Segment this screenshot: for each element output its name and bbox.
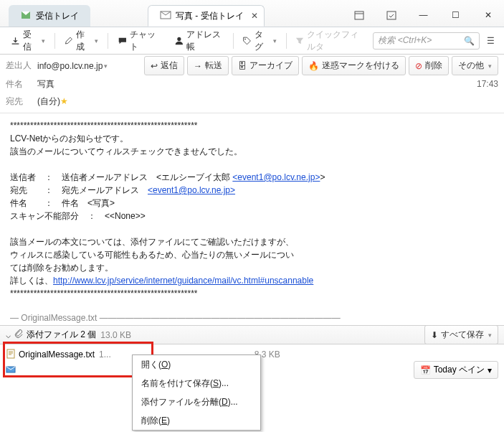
receive-button[interactable]: 受信▾ (4, 25, 52, 57)
maximize-button[interactable]: ☐ (439, 4, 472, 27)
guidance-link[interactable]: http://www.lcv.jp/service/internet/guida… (53, 276, 313, 286)
today-pane-button[interactable]: 📅 Today ペイン ▾ (414, 361, 498, 379)
txt-file-icon (6, 349, 16, 361)
save-all-button[interactable]: ⬇ すべて保存 ▾ (424, 325, 498, 344)
svg-point-4 (245, 38, 247, 39)
search-icon[interactable]: 🔍 (464, 36, 475, 46)
download-icon: ⬇ (431, 330, 438, 340)
inbox-icon (20, 9, 32, 23)
attachment-total-size: 13.0 KB (100, 330, 131, 340)
search-input[interactable]: 検索 <Ctrl+K> 🔍 (373, 32, 480, 50)
chevron-down-icon: ▾ (42, 37, 45, 44)
reply-icon: ↩ (151, 61, 158, 71)
tab-inbox[interactable]: 受信トレイ (9, 5, 90, 27)
chevron-down-icon: ▾ (488, 365, 492, 375)
original-message-divider: — OriginalMessage.txt ——————————————————… (10, 311, 494, 324)
main-toolbar: 受信▾ 作成▾ チャット アドレス帳 タグ▾ クイックフィルタ 検索 <Ctrl… (0, 27, 504, 55)
message-header: 差出人 info@po.lcv.ne.jp ▾ ↩返信 →転送 🗄アーカイブ 🔥… (0, 55, 504, 113)
addressbook-button[interactable]: アドレス帳 (168, 25, 230, 57)
ctx-detach[interactable]: 添付ファイルを分離(D)... (133, 393, 260, 411)
svg-rect-5 (7, 349, 14, 358)
mail-icon (160, 9, 171, 23)
attachment-bar: ⌵ 添付ファイル 2 個 13.0 KB ⬇ すべて保存 ▾ (0, 326, 504, 344)
attachment-chevron-icon[interactable]: ⌵ (6, 330, 11, 340)
chevron-down-icon: ▾ (95, 37, 98, 44)
close-icon[interactable]: ✕ (251, 11, 258, 21)
subject-label: 件名 (6, 78, 37, 90)
titlebar: 受信トレイ 写真 - 受信トレイ ✕ — ☐ ✕ (0, 0, 504, 27)
star-icon[interactable]: ★ (60, 96, 68, 106)
from-label: 差出人 (6, 60, 37, 72)
junk-icon: 🔥 (308, 61, 319, 71)
chevron-down-icon: ▾ (488, 62, 492, 70)
message-time: 17:43 (477, 79, 498, 89)
context-menu: 開く(O) 名前を付けて保存(S)... 添付ファイルを分離(D)... 削除(… (132, 354, 261, 431)
subject-value: 写真 (37, 78, 54, 90)
minimize-button[interactable]: — (407, 4, 439, 27)
chat-button[interactable]: チャット (111, 25, 166, 57)
close-button[interactable]: ✕ (472, 4, 504, 27)
calendar-icon[interactable] (343, 4, 375, 27)
sender-email-link[interactable]: <event1@po.lcv.ne.jp> (232, 172, 320, 182)
forward-icon: → (194, 61, 202, 71)
archive-icon: 🗄 (238, 61, 247, 71)
svg-rect-1 (355, 11, 363, 19)
paperclip-icon (14, 329, 24, 341)
tab-inbox-label: 受信トレイ (36, 10, 79, 22)
ctx-delete[interactable]: 削除(E) (133, 411, 260, 430)
tab-message-label: 写真 - 受信トレイ (176, 10, 244, 22)
reply-button[interactable]: ↩返信 (144, 56, 184, 75)
window-controls: — ☐ ✕ (343, 4, 504, 27)
ctx-open[interactable]: 開く(O) (133, 355, 260, 374)
svg-rect-2 (387, 11, 396, 19)
chevron-down-icon: ▾ (488, 332, 492, 339)
from-dropdown-icon[interactable]: ▾ (104, 62, 108, 70)
other-button[interactable]: その他▾ (452, 56, 498, 75)
recipient-email-link[interactable]: <event1@po.lcv.ne.jp> (148, 185, 235, 195)
forward-button[interactable]: →転送 (187, 56, 229, 75)
calendar-icon: 📅 (420, 365, 431, 375)
message-actions: ↩返信 →転送 🗄アーカイブ 🔥迷惑マークを付ける ⊘削除 その他▾ (144, 56, 498, 75)
chevron-down-icon: ▾ (273, 37, 277, 44)
message-body: ****************************************… (0, 113, 504, 326)
archive-button[interactable]: 🗄アーカイブ (232, 56, 299, 75)
attachment-name: OriginalMessage.txt (19, 349, 95, 360)
tag-button[interactable]: タグ▾ (236, 25, 283, 57)
compose-button[interactable]: 作成▾ (57, 25, 105, 57)
app-menu-button[interactable]: ☰ (481, 36, 500, 46)
attachment-count: 添付ファイル 2 個 (27, 329, 96, 341)
junk-button[interactable]: 🔥迷惑マークを付ける (302, 56, 406, 75)
from-value: info@po.lcv.ne.jp (37, 61, 103, 71)
eml-file-icon (6, 365, 16, 377)
to-label: 宛先 (6, 95, 37, 108)
delete-icon: ⊘ (415, 61, 422, 71)
ctx-save-as[interactable]: 名前を付けて保存(S)... (133, 374, 260, 393)
delete-button[interactable]: ⊘削除 (409, 56, 449, 75)
quickfilter-button[interactable]: クイックフィルタ (290, 29, 371, 53)
to-value: (自分) (37, 95, 60, 108)
attachment-size: 1... (99, 349, 111, 360)
tasks-icon[interactable] (375, 4, 407, 27)
tab-message[interactable]: 写真 - 受信トレイ ✕ (148, 5, 265, 27)
svg-point-3 (177, 37, 181, 40)
message-body-container: ****************************************… (0, 113, 504, 326)
